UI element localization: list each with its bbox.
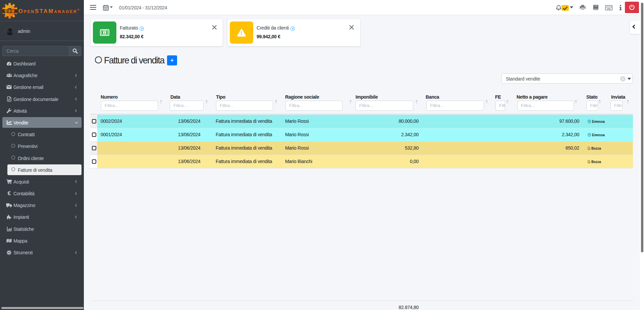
svg-text:OPENSTAMANAGER®: OPENSTAMANAGER® (18, 8, 80, 14)
svg-text:OSM: OSM (5, 9, 15, 13)
svg-text:1: 1 (104, 31, 106, 35)
